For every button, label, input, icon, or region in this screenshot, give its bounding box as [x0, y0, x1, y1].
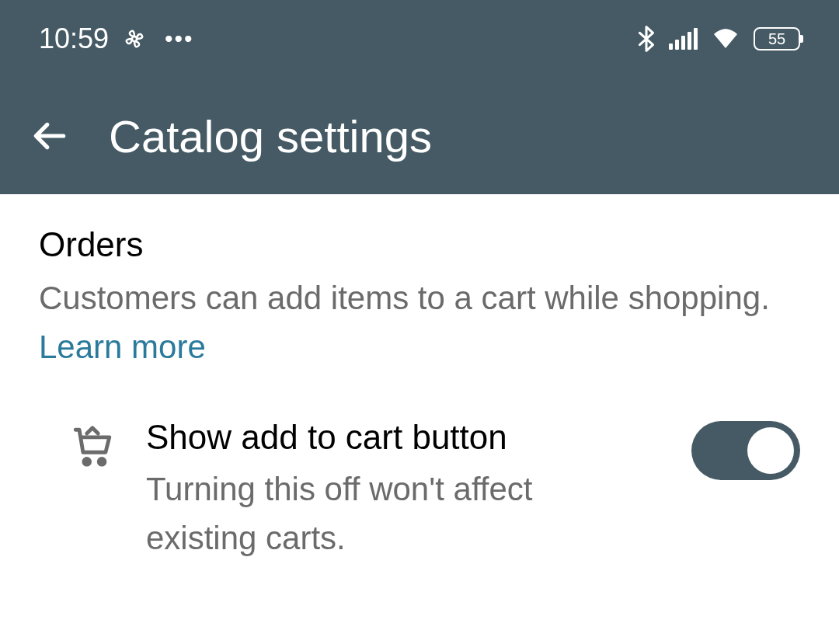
status-time: 10:59	[39, 23, 109, 55]
more-icon: •••	[165, 26, 194, 52]
section-description-text: Customers can add items to a cart while …	[39, 280, 770, 316]
section-title: Orders	[39, 225, 800, 264]
status-right: 55	[638, 26, 800, 52]
page-title: Catalog settings	[109, 110, 432, 162]
battery-level: 55	[768, 30, 785, 48]
content: Orders Customers can add items to a cart…	[0, 194, 839, 594]
setting-label: Show add to cart button	[146, 418, 645, 457]
add-to-cart-toggle[interactable]	[691, 421, 800, 480]
toggle-knob	[747, 427, 794, 474]
setting-text: Show add to cart button Turning this off…	[146, 418, 660, 562]
setting-row: Show add to cart button Turning this off…	[39, 418, 800, 562]
cart-icon	[70, 424, 115, 469]
wifi-icon	[712, 27, 740, 50]
setting-sublabel: Turning this off won't affect existing c…	[146, 465, 645, 562]
section-description: Customers can add items to a cart while …	[39, 273, 800, 371]
svg-point-2	[99, 458, 105, 465]
bluetooth-icon	[638, 26, 655, 52]
learn-more-link[interactable]: Learn more	[39, 329, 206, 365]
status-bar: 10:59 ••• 55	[0, 0, 839, 78]
pinwheel-icon	[123, 27, 146, 50]
app-bar: Catalog settings	[0, 78, 839, 194]
battery-icon: 55	[754, 27, 800, 50]
cart-icon-wrap	[70, 418, 115, 472]
signal-icon	[669, 28, 698, 50]
status-left: 10:59 •••	[39, 23, 194, 55]
svg-point-1	[84, 458, 90, 465]
back-button[interactable]	[31, 117, 70, 155]
